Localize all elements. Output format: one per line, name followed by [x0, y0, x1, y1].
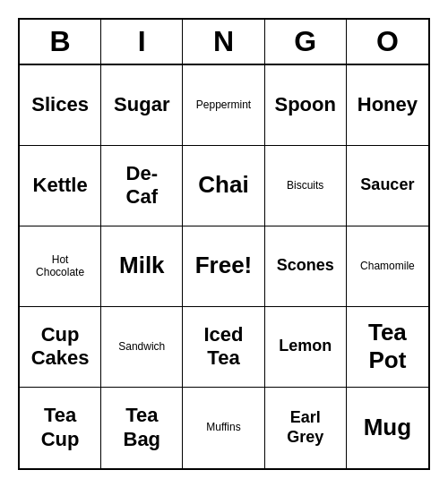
cell-text: Chamomile — [360, 260, 415, 272]
bingo-cell: TeaBag — [101, 388, 183, 468]
cell-text: Honey — [358, 93, 418, 116]
cell-text: TeaCup — [41, 404, 80, 451]
cell-text: IcedTea — [203, 323, 243, 371]
bingo-cell: EarlGrey — [265, 388, 347, 468]
bingo-cell: TeaPot — [347, 307, 428, 388]
cell-text: Muffins — [206, 421, 240, 433]
header-letter: O — [347, 20, 428, 64]
bingo-cell: Saucer — [347, 146, 428, 226]
bingo-cell: Mug — [347, 388, 428, 468]
cell-text: Biscuits — [287, 179, 323, 192]
bingo-cell: Chai — [183, 146, 264, 226]
cell-text: Milk — [119, 252, 165, 279]
bingo-card: BINGO SlicesSugarPeppermintSpoonHoneyKet… — [18, 18, 430, 470]
bingo-cell: Muffins — [183, 388, 264, 468]
cell-text: TeaPot — [368, 319, 407, 374]
cell-text: Sugar — [114, 93, 169, 116]
bingo-cell: Peppermint — [183, 65, 264, 146]
header-letter: G — [265, 20, 347, 64]
bingo-cell: TeaCup — [20, 388, 101, 468]
cell-text: Spoon — [274, 93, 335, 116]
cell-text: Lemon — [279, 337, 332, 356]
bingo-cell: Honey — [347, 65, 428, 146]
bingo-cell: Lemon — [265, 307, 347, 388]
cell-text: Kettle — [33, 174, 88, 197]
bingo-cell: De-Caf — [101, 146, 183, 226]
header-letter: I — [101, 20, 183, 64]
bingo-cell: Kettle — [20, 146, 101, 226]
bingo-cell: Free! — [183, 226, 264, 307]
bingo-cell: Chamomile — [347, 226, 428, 307]
cell-text: CupCakes — [31, 323, 90, 371]
cell-text: HotChocolate — [36, 253, 84, 279]
bingo-cell: Slices — [20, 65, 101, 146]
bingo-cell: CupCakes — [20, 307, 101, 388]
cell-text: Free! — [195, 252, 253, 279]
bingo-cell: Milk — [101, 226, 183, 307]
cell-text: Slices — [31, 93, 89, 116]
cell-text: Chai — [198, 171, 248, 199]
bingo-cell: IcedTea — [183, 307, 264, 388]
cell-text: TeaBag — [124, 404, 161, 451]
cell-text: Peppermint — [196, 98, 251, 111]
bingo-cell: Biscuits — [265, 146, 347, 226]
cell-text: De-Caf — [126, 162, 158, 209]
cell-text: Sandwich — [118, 340, 165, 353]
bingo-cell: Spoon — [265, 65, 347, 146]
bingo-cell: Sandwich — [101, 307, 183, 388]
bingo-cell: Sugar — [101, 65, 183, 146]
header-letter: B — [20, 20, 101, 64]
header-letter: N — [183, 20, 264, 64]
bingo-cell: HotChocolate — [20, 226, 101, 307]
cell-text: Mug — [364, 414, 411, 441]
cell-text: Scones — [277, 256, 334, 276]
cell-text: EarlGrey — [287, 408, 323, 447]
bingo-header: BINGO — [20, 20, 428, 65]
cell-text: Saucer — [360, 175, 414, 195]
bingo-grid: SlicesSugarPeppermintSpoonHoneyKettleDe-… — [20, 65, 428, 468]
bingo-cell: Scones — [265, 226, 347, 307]
